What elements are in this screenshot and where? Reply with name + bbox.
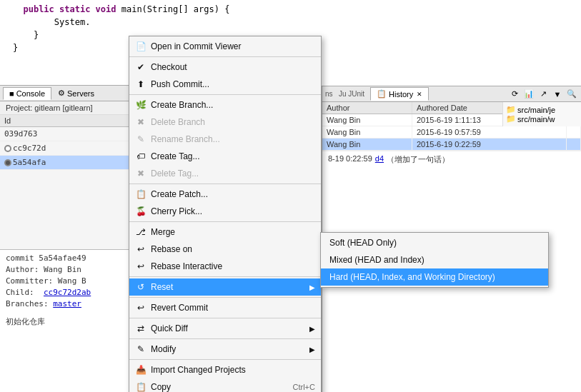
copy-icon: 📋 xyxy=(135,381,147,392)
menu-rebase-on[interactable]: ↩ Rebase on xyxy=(129,241,321,258)
menu-create-tag[interactable]: 🏷 Create Tag... xyxy=(129,148,321,165)
commit-id: 039d763 xyxy=(0,127,131,141)
tab-history[interactable]: 📋 History ✕ xyxy=(370,87,429,101)
date-cell: 2015-6-19 0:57:59 xyxy=(412,126,566,139)
reset-hard[interactable]: Hard (HEAD, Index, and Working Directory… xyxy=(321,268,548,286)
file-icon-1: 📁 xyxy=(506,105,516,114)
menu-create-branch[interactable]: 🌿 Create Branch... xyxy=(129,96,321,114)
col-id: Id xyxy=(0,115,131,127)
patch-icon: 📋 xyxy=(135,189,147,200)
menu-separator-8 xyxy=(129,338,321,339)
history-tabs: ns Ju JUnit 📋 History ✕ ⟳ 📊 ↗ ▼ 🔍 xyxy=(322,86,581,102)
code-line-2: System. xyxy=(6,16,575,29)
other-tabs-hint: ns Ju JUnit xyxy=(325,90,364,98)
rename-branch-icon: ✎ xyxy=(135,134,147,145)
history-tab-icon: 📋 xyxy=(377,89,387,99)
menu-merge[interactable]: ⎇ Merge xyxy=(129,223,321,241)
history-toolbar: ⟳ 📊 ↗ ▼ 🔍 xyxy=(508,88,578,101)
branch-link[interactable]: master xyxy=(53,299,81,308)
merge-icon: ⎇ xyxy=(135,226,147,238)
menu-delete-tag: ✖ Delete Tag... xyxy=(129,165,321,182)
file-item-2: 📁 src/main/w xyxy=(506,114,578,124)
commit-id: cc9c72d xyxy=(0,141,131,156)
rebase-interactive-icon: ↩ xyxy=(135,261,147,272)
tab-servers[interactable]: ⚙ Servers xyxy=(51,86,101,100)
menu-create-patch[interactable]: 📋 Create Patch... xyxy=(129,186,321,203)
quick-diff-icon: ⇄ xyxy=(135,323,147,334)
quick-diff-arrow: ▶ xyxy=(309,325,315,333)
author-cell: Wang Bin xyxy=(322,139,412,151)
open-commit-icon: 📄 xyxy=(135,41,147,52)
file-tree: 📁 src/main/je 📁 src/main/w xyxy=(502,102,581,126)
reset-icon: ↺ xyxy=(135,281,147,293)
author-cell: Wang Bin xyxy=(322,126,412,139)
menu-rebase-interactive[interactable]: ↩ Rebase Interactive xyxy=(129,258,321,275)
console-icon: ■ xyxy=(9,89,14,98)
tab-close-icon[interactable]: ✕ xyxy=(417,91,422,98)
menu-open-commit-viewer[interactable]: 📄 Open in Commit Viewer xyxy=(129,38,321,55)
menu-reset[interactable]: ↺ Reset ▶ xyxy=(129,278,321,296)
copy-shortcut: Ctrl+C xyxy=(293,383,315,391)
menu-rename-branch: ✎ Rename Branch... xyxy=(129,131,321,148)
menu-delete-branch: ✖ Delete Branch xyxy=(129,114,321,131)
checkout-icon: ✔ xyxy=(135,61,147,73)
cherry-pick-icon: 🍒 xyxy=(135,206,147,217)
toolbar-btn-3[interactable]: ↗ xyxy=(537,88,550,101)
reset-submenu: Soft (HEAD Only) Mixed (HEAD and Index) … xyxy=(320,232,549,288)
menu-separator-5 xyxy=(129,276,321,277)
push-icon: ⬆ xyxy=(135,79,147,90)
revert-icon: ↩ xyxy=(135,302,147,313)
file-item-1: 📁 src/main/je xyxy=(506,105,578,114)
code-line-1: public static void main(String[] args) { xyxy=(6,3,575,16)
menu-separator-7 xyxy=(129,318,321,318)
menu-checkout[interactable]: ✔ Checkout xyxy=(129,59,321,76)
toolbar-btn-2[interactable]: 📊 xyxy=(522,88,535,101)
graph-dot xyxy=(4,145,11,152)
child-link[interactable]: cc9c72d2ab xyxy=(44,288,91,297)
menu-quick-diff[interactable]: ⇄ Quick Diff ▶ xyxy=(129,320,321,337)
toolbar-btn-search[interactable]: 🔍 xyxy=(565,88,578,101)
menu-separator-6 xyxy=(129,297,321,298)
menu-revert-commit[interactable]: ↩ Revert Commit xyxy=(129,299,321,316)
commit-id: 5a54afa xyxy=(0,156,131,170)
branch-icon: 🌿 xyxy=(135,99,147,111)
modify-icon: ✎ xyxy=(135,343,147,355)
author-cell: Wang Bin xyxy=(322,114,412,126)
create-tag-icon: 🏷 xyxy=(135,151,147,162)
col-author: Author xyxy=(322,102,412,114)
delete-tag-icon: ✖ xyxy=(135,168,147,179)
reset-mixed[interactable]: Mixed (HEAD and Index) xyxy=(321,251,548,268)
context-menu: 📄 Open in Commit Viewer ✔ Checkout ⬆ Pus… xyxy=(129,36,322,392)
date-cell: 2015-6-19 0:22:59 xyxy=(412,139,566,151)
menu-import-changed[interactable]: 📥 Import Changed Projects xyxy=(129,361,321,378)
menu-push-commit[interactable]: ⬆ Push Commit... xyxy=(129,76,321,93)
file-icon-2: 📁 xyxy=(506,114,516,124)
modify-arrow: ▶ xyxy=(309,346,315,353)
toolbar-btn-4[interactable]: ▼ xyxy=(551,88,564,101)
extra-info-row: 8-19 0:22:59 d4 （增加了一句话） xyxy=(322,151,581,168)
delete-branch-icon: ✖ xyxy=(135,116,147,128)
reset-soft[interactable]: Soft (HEAD Only) xyxy=(321,234,548,251)
history-row[interactable]: Wang Bin 2015-6-19 0:22:59 xyxy=(322,139,581,151)
menu-separator-4 xyxy=(129,221,321,222)
menu-cherry-pick[interactable]: 🍒 Cherry Pick... xyxy=(129,203,321,220)
menu-separator-1 xyxy=(129,56,321,57)
import-icon: 📥 xyxy=(135,364,147,376)
reset-arrow: ▶ xyxy=(309,283,315,291)
tab-console[interactable]: ■ Console xyxy=(3,87,51,100)
servers-icon: ⚙ xyxy=(58,89,65,98)
d4-link[interactable]: d4 xyxy=(375,154,384,165)
menu-modify[interactable]: ✎ Modify ▶ xyxy=(129,341,321,358)
menu-separator-2 xyxy=(129,94,321,95)
toolbar-btn-1[interactable]: ⟳ xyxy=(508,88,521,101)
history-row[interactable]: Wang Bin 2015-6-19 0:57:59 xyxy=(322,126,581,139)
menu-copy[interactable]: 📋 Copy Ctrl+C xyxy=(129,378,321,392)
graph-dot-filled xyxy=(4,159,11,166)
menu-separator-3 xyxy=(129,184,321,184)
menu-separator-9 xyxy=(129,359,321,360)
rebase-icon: ↩ xyxy=(135,243,147,255)
